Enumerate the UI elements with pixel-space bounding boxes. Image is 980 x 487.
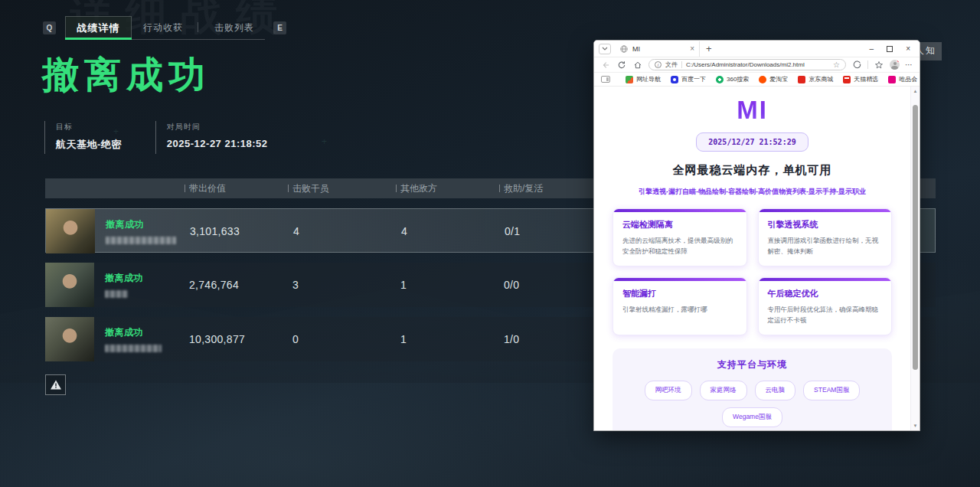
jd-favicon — [798, 76, 805, 83]
browser-toolbar: i 文件 C:/Users/Administrator/Downloads/mi… — [594, 57, 920, 73]
tab-close-icon[interactable]: × — [690, 45, 694, 53]
platform-pill[interactable]: 网吧环境 — [645, 381, 692, 400]
browser-window: MI × + – × i 文件 — [593, 40, 920, 431]
cell-rescue: 1/0 — [495, 333, 603, 345]
card-title: 云端检测隔离 — [622, 219, 737, 230]
card-description: 直接调用游戏引擎函数进行绘制，无视解密、掩体判断 — [768, 235, 883, 257]
platform-title: 支持平台与环境 — [620, 358, 884, 371]
globe-icon — [620, 45, 628, 53]
web-page-content: MI 2025/12/27 21:52:29 全网最稳云端内存，单机可用 引擎透… — [594, 87, 920, 431]
bookmark-star-icon[interactable]: ☆ — [833, 61, 840, 69]
status-badge: 撤离成功 — [105, 326, 162, 339]
maximize-button[interactable] — [887, 46, 893, 52]
back-arrow-icon — [601, 60, 610, 70]
tab-title: MI — [632, 45, 685, 53]
scroll-down-icon[interactable]: ▼ — [911, 423, 920, 428]
minimize-button[interactable]: – — [870, 45, 874, 53]
window-close-button[interactable]: × — [906, 45, 910, 53]
platform-pill[interactable]: Wegame国服 — [722, 407, 782, 427]
browser-essentials-button[interactable] — [851, 60, 862, 70]
address-bar[interactable]: i 文件 C:/Users/Administrator/Downloads/mi… — [648, 59, 846, 70]
tab-search-button[interactable] — [599, 44, 611, 54]
card-title: 引擎透视系统 — [768, 219, 883, 230]
browser-menu-button[interactable]: ⋯ — [905, 60, 913, 69]
column-other-enemies: 其他敌方 — [391, 182, 495, 195]
scrollbar-thumb[interactable] — [913, 105, 918, 370]
tab-battle-details[interactable]: 战绩详情 — [65, 16, 132, 39]
status-badge: 撤离成功 — [105, 272, 143, 285]
player-avatar — [46, 209, 95, 253]
player-name-blurred — [105, 345, 162, 352]
platform-pill[interactable]: STEAM国服 — [803, 381, 860, 400]
bookmark-label: 百度一下 — [681, 75, 706, 83]
page-info-icon[interactable]: i — [655, 61, 662, 68]
home-button[interactable] — [632, 60, 643, 70]
new-tab-button[interactable]: + — [706, 44, 712, 54]
bookmark-item[interactable]: 京东商城 — [798, 75, 833, 83]
refresh-button[interactable] — [616, 60, 627, 70]
url-scheme-label: 文件 — [665, 60, 678, 69]
bookmark-label: 唯品会 — [899, 75, 917, 83]
target-label: 目标 — [56, 122, 122, 132]
bookmark-item[interactable]: 爱淘宝 — [759, 75, 788, 83]
favorites-star-icon — [874, 60, 884, 70]
cell-others: 1 — [391, 333, 495, 345]
cell-value: 10,300,877 — [180, 333, 283, 345]
tab-defeat-list[interactable]: 击败列表 — [214, 21, 254, 34]
feature-card: 午后稳定优化 专用午后时段优化算法，确保高峰期稳定运行不卡顿 — [758, 277, 893, 335]
feature-card: 云端检测隔离 先进的云端隔离技术，提供最高级别的安全防护和稳定性保障 — [612, 208, 747, 266]
cell-kills: 0 — [283, 333, 391, 345]
bookmark-item[interactable]: 天猫精选 — [843, 75, 878, 83]
card-description: 先进的云端隔离技术，提供最高级别的安全防护和稳定性保障 — [622, 235, 737, 257]
profile-avatar[interactable] — [890, 60, 900, 70]
favorites-button[interactable] — [874, 60, 884, 70]
card-description: 专用午后时段优化算法，确保高峰期稳定运行不卡顿 — [768, 304, 883, 326]
bookmark-item[interactable]: 360搜索 — [716, 75, 749, 83]
page-scrollbar[interactable]: ▲ ▼ — [910, 87, 920, 430]
url-path: C:/Users/Administrator/Downloads/mi2.htm… — [686, 61, 829, 68]
card-title: 午后稳定优化 — [768, 288, 883, 299]
url-separator — [681, 61, 682, 68]
bookmark-label: 天猫精选 — [854, 75, 878, 83]
bookmark-label: 京东商城 — [808, 75, 833, 83]
player-cell: 撤离成功 — [45, 263, 180, 307]
match-target: 目标 航天基地-绝密 — [44, 121, 155, 154]
bookmark-item[interactable]: 唯品会 — [888, 75, 917, 83]
back-button[interactable] — [600, 60, 611, 70]
player-avatar — [45, 317, 94, 361]
player-name-blurred — [105, 290, 128, 298]
chevron-down-icon — [602, 47, 608, 51]
bookmark-label: 360搜索 — [727, 75, 749, 83]
platform-section: 支持平台与环境 网吧环境 家庭网络 云电脑 STEAM国服 Wegame国服 — [612, 348, 892, 431]
scroll-up-icon[interactable]: ▲ — [911, 89, 920, 93]
card-description: 引擎射线精准漏打，露哪打哪 — [622, 304, 737, 315]
bookmark-item[interactable]: 百度一下 — [671, 75, 706, 83]
360search-favicon — [716, 76, 724, 83]
warning-button[interactable] — [45, 374, 66, 395]
cell-rescue: 0/1 — [495, 225, 603, 237]
column-value: 带出价值 — [180, 182, 283, 195]
feature-card: 智能漏打 引擎射线精准漏打，露哪打哪 — [612, 277, 747, 335]
match-info: 目标 航天基地-绝密 对局时间 2025-12-27 21:18:52 — [44, 121, 302, 154]
vip-favicon — [888, 76, 896, 83]
sidebar-toggle-icon[interactable] — [601, 76, 610, 83]
notification-dot — [897, 60, 900, 63]
platform-pill[interactable]: 家庭网络 — [700, 381, 747, 400]
bookmark-item[interactable]: 网址导航 — [626, 75, 661, 83]
platform-pill[interactable]: 云电脑 — [755, 381, 796, 400]
decorative-cross: + — [322, 136, 327, 147]
site-logo: MI — [737, 96, 768, 125]
baidu-favicon — [671, 76, 678, 83]
tab-action-gains[interactable]: 行动收获 — [143, 21, 183, 34]
player-name-blurred — [106, 237, 176, 244]
browser-tab[interactable]: MI × — [616, 41, 700, 57]
player-cell: 撤离成功 — [45, 317, 180, 361]
active-tab-indicator — [65, 38, 132, 40]
time-label: 对局时间 — [167, 122, 268, 132]
hao123-favicon — [626, 76, 633, 83]
key-hint-q: Q — [43, 21, 56, 34]
feature-cards: 云端检测隔离 先进的云端隔离技术，提供最高级别的安全防护和稳定性保障 引擎透视系… — [612, 208, 892, 335]
feature-card: 引擎透视系统 直接调用游戏引擎函数进行绘制，无视解密、掩体判断 — [758, 208, 893, 266]
timestamp-badge: 2025/12/27 21:52:29 — [696, 132, 808, 152]
card-title: 智能漏打 — [622, 288, 737, 299]
